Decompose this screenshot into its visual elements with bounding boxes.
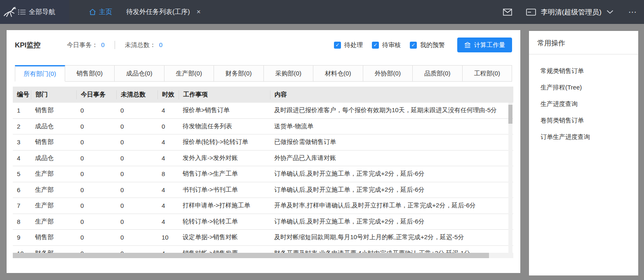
cell-timeliness: 4 [157,250,179,253]
cell-unclear: 0 [116,250,157,253]
cell-unclear: 0 [116,202,157,209]
more-options-icon[interactable]: ⋯ [628,7,637,17]
cell-number: 10 [13,250,31,253]
dept-tab-sales[interactable]: 销售部(0) [65,65,115,82]
vertical-scrollbar-thumb[interactable] [508,105,512,124]
filter-to-review[interactable]: 待审核 [372,41,401,49]
user-name[interactable]: 李明清(超级管理员) [541,7,602,17]
table-row[interactable]: 5 生产部 0 0 8 销售订单->生产工单 订单确认后,及时开立施工单，正常完… [13,166,513,182]
today-transactions-label: 今日事务： [67,41,98,48]
vertical-scrollbar[interactable] [508,103,512,253]
checkbox-checked-icon[interactable] [334,42,341,49]
cell-today: 0 [76,107,116,114]
calculate-workload-label: 计算工作量 [474,41,505,49]
table-row[interactable]: 8 生产部 0 0 4 轮转订单->轮转工单 订单确认后,及时开立施工单，正常完… [13,214,513,230]
topbar-left-section: 全部导航 [0,0,69,24]
cell-timeliness: 4 [157,186,179,193]
checkbox-checked-icon[interactable] [372,42,379,49]
open-page-tabs: 主页 待发外任务列表(工序) × [89,8,201,16]
cell-today: 0 [76,234,116,241]
cell-number: 7 [13,202,31,209]
table-row[interactable]: 7 生产部 0 0 4 打样申请单->打样施工单 开单及时率,打样申请确认后,及… [13,198,513,214]
cell-work-item: 销售对帐->销售发票 [179,249,270,253]
calculate-workload-button[interactable]: 计算工作量 [457,38,512,52]
table-row[interactable]: 4 成品仓 0 0 4 发外入库->发外对账 外协产品已入库请对账 [13,151,513,167]
all-navigation-button[interactable]: 全部导航 [18,8,55,16]
cell-number: 1 [13,107,31,114]
antelope-logo-icon[interactable] [0,0,18,24]
filter-my-alerts[interactable]: 我的预警 [410,41,445,49]
cell-content: 送货单-物流单 [270,122,513,130]
col-today: 今日事务 [76,90,116,99]
quick-action-roll-sales-order[interactable]: 卷筒类销售订单 [541,112,638,129]
cell-content: 财务开票及时率,业务申请开票,4小时内完成开票确认,正常+2分,延迟-1分 [270,249,513,253]
cell-work-item: 打样申请单->打样施工单 [179,202,270,209]
cell-work-item: 报价单(轮转)->轮转订单 [179,138,270,146]
cell-timeliness: 4 [157,107,179,114]
col-department: 部门 [31,90,76,99]
table-row[interactable]: 3 销售部 0 0 4 报价单(轮转)->轮转订单 已做报价需做销售订单 [13,134,513,151]
cell-work-item: 书刊订单->书刊工单 [179,186,270,194]
cell-work-item: 轮转订单->轮转工单 [179,218,270,226]
dept-tab-all[interactable]: 所有部门(0) [15,65,65,82]
horizontal-scrollbar[interactable] [13,253,513,258]
cell-number: 4 [13,155,31,162]
horizontal-scrollbar-thumb[interactable] [13,253,489,258]
dept-tab-purchasing[interactable]: 采购部(0) [264,65,314,82]
list-menu-icon [18,9,26,15]
col-timeliness: 时效 [157,90,179,99]
unclear-total-value[interactable]: 0 [159,41,162,48]
workbench-card-icon[interactable] [526,9,536,16]
checkbox-checked-icon[interactable] [410,42,417,49]
table-row[interactable]: 9 销售部 0 0 10 设定单据->销售对帐 及时对帐缩短回款周期,每月10号… [13,230,513,246]
dept-tab-finished-goods[interactable]: 成品仓(0) [115,65,165,82]
dept-tab-quality[interactable]: 品质部(0) [413,65,463,82]
chevron-down-icon[interactable] [606,10,613,14]
cell-number: 2 [13,123,31,130]
dept-tab-production[interactable]: 生产部(0) [165,65,214,82]
kpi-table: 编号 部门 今日事务 未清总数 时效 工作事项 内容 1 销售部 0 0 4 报… [13,87,513,253]
quick-action-production-progress-query[interactable]: 生产进度查询 [541,96,638,112]
quick-action-production-schedule-tree[interactable]: 生产排程(Tree) [541,79,638,96]
today-transactions-value[interactable]: 0 [101,41,104,48]
dept-tab-engineering[interactable]: 工程部(0) [463,65,512,82]
cell-department: 生产部 [31,170,76,178]
filter-checkbox-group: 待处理 待审核 我的预警 计算工作量 [325,38,512,52]
tab-page-label: 待发外任务列表(工序) [126,8,190,16]
cell-work-item: 销售订单->生产工单 [179,170,270,178]
dept-tab-outsourcing[interactable]: 外协部(0) [363,65,413,82]
kpi-monitor-panel: KPI监控 今日事务：0 未清总数：0 待处理 待审核 我的预警 [7,30,520,273]
cell-today: 0 [76,170,116,177]
cell-content: 开单及时率,打样申请确认后,及时开立打样工单，正常完成+2分，延后-6分 [270,202,513,209]
filter-my-alerts-label: 我的预警 [420,41,445,49]
cell-unclear: 0 [116,123,157,130]
quick-action-order-production-progress-query[interactable]: 订单生产进度查询 [541,129,638,145]
cell-today: 0 [76,155,116,162]
dept-tab-finance[interactable]: 财务部(0) [214,65,264,82]
filter-pending[interactable]: 待处理 [334,41,363,49]
tab-home[interactable]: 主页 [89,8,112,16]
home-icon [89,9,96,15]
dept-tab-materials[interactable]: 材料仓(0) [313,65,363,82]
cell-work-item: 报价单>销售订单 [179,106,270,114]
cell-department: 成品仓 [31,122,76,130]
quick-action-regular-sales-order[interactable]: 常规类销售订单 [541,63,638,79]
cell-department: 生产部 [31,218,76,226]
cell-timeliness: 10 [157,234,179,241]
cell-content: 已做报价需做销售订单 [270,138,513,146]
tab-pending-outsource-list[interactable]: 待发外任务列表(工序) × [126,8,201,16]
table-row[interactable]: 10 财务部 0 0 4 销售对帐->销售发票 财务开票及时率,业务申请开票,4… [13,246,513,253]
cell-department: 成品仓 [31,154,76,162]
cell-unclear: 0 [116,170,157,177]
cell-content: 订单确认后,及时开立施工单，正常完成+2分，延后-6分 [270,170,513,178]
cell-work-item: 待发物流任务列表 [179,122,270,130]
close-tab-icon[interactable]: × [197,8,201,16]
cell-unclear: 0 [116,107,157,114]
cell-timeliness: 0 [157,123,179,130]
table-row[interactable]: 2 成品仓 0 0 0 待发物流任务列表 送货单-物流单 [13,119,513,135]
table-row[interactable]: 1 销售部 0 0 4 报价单>销售订单 及时跟进已报价准客户，每个报价有效期为… [13,103,513,119]
mail-icon[interactable] [503,9,512,16]
cell-department: 生产部 [31,202,76,209]
bank-icon [464,42,471,48]
table-row[interactable]: 6 生产部 0 0 4 书刊订单->书刊工单 订单确认后,及时开立施工单，正常完… [13,182,513,198]
